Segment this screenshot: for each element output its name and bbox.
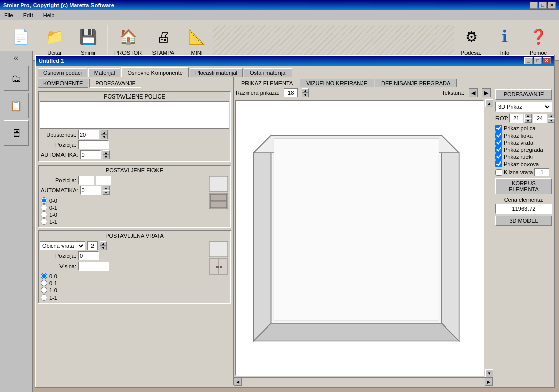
tab-plocasti-materijal[interactable]: Plocasti materijal [190,68,243,77]
svg-rect-7 [216,266,219,268]
sidebar-icon-3[interactable]: 🖥 [4,120,29,146]
fioke-radio-0-1[interactable] [41,204,47,211]
automatika-fioke-input[interactable] [80,186,101,195]
cb-pregrada[interactable] [495,146,502,153]
view-tab-prikaz[interactable]: PRIKAZ ELEMENTA [235,78,299,87]
vrata-radio-0-1[interactable] [41,280,47,286]
pozicija-police-input[interactable] [78,140,109,149]
cb-prikaz-rucki: Prikaz rucki [495,153,552,160]
rot-y-input[interactable] [533,114,547,123]
door-type-select[interactable]: Obicna vrata [40,241,85,250]
sidebar-icon-2[interactable]: 📋 [4,93,29,118]
scroll-left-btn[interactable]: ◀ [234,378,242,386]
tab-osnovne-komponente[interactable]: Osnovne Komponente [121,67,188,77]
snimi-icon: 💾 [76,24,100,49]
razmera-down[interactable]: ▼ [302,93,309,97]
tab-materijal[interactable]: Materijal [88,68,121,77]
toolbar-btn-stampa[interactable]: 🖨 STAMPA [146,22,180,58]
upustenost-spin[interactable]: ▲ ▼ [101,130,108,139]
tekstura-next-btn[interactable]: ▶ [482,88,491,97]
razmera-up[interactable]: ▲ [302,88,309,93]
toolbar-btn-ucitaj[interactable]: 📁 Ucitaj [38,22,71,58]
win-maximize-btn[interactable]: □ [534,57,542,64]
upustenost-up[interactable]: ▲ [101,130,108,135]
cb-rucki[interactable] [495,153,502,160]
toolbar-btn-snimi[interactable]: 💾 Snimi [71,22,105,58]
scroll-h-track[interactable] [242,378,485,385]
toolbar-btn-info[interactable]: ℹ Info [488,22,521,58]
menu-help[interactable]: Help [41,12,57,19]
razmera-spin[interactable]: ▲ ▼ [302,88,309,97]
door-count-up[interactable]: ▲ [100,241,107,246]
title-bar-buttons: _ □ ✕ [530,2,556,9]
sub-tab-podesavanje[interactable]: PODESAVANJE [89,79,141,88]
cb-polica[interactable] [495,125,502,132]
menu-file[interactable]: File [2,12,15,19]
automatika-police-input[interactable] [80,150,101,159]
scroll-down-btn[interactable]: ▼ [485,369,493,377]
close-btn[interactable]: ✕ [548,2,556,9]
model-btn[interactable]: 3D MODEL [495,216,552,226]
view-mode-select[interactable]: 3D Prikaz [495,102,552,112]
rot-x-input[interactable] [509,114,523,123]
menu-edit[interactable]: Edit [21,12,35,19]
scroll-right-btn[interactable]: ▶ [485,378,493,386]
podesavanje-btn[interactable]: PODESAVANJE [495,89,552,100]
door-count-input[interactable] [87,241,98,250]
scroll-up-btn[interactable]: ▲ [485,99,493,107]
maximize-btn[interactable]: □ [539,2,547,9]
tab-osnovni-podaci[interactable]: Osnovni podaci [38,68,87,77]
automatika-fioke-spin[interactable]: ▲ ▼ [103,186,110,195]
scroll-v-track[interactable] [485,107,493,369]
cb-boxova[interactable] [495,160,502,167]
win-close-btn[interactable]: ✕ [543,57,551,64]
vrata-radio-1-1[interactable] [41,294,47,301]
pozicija-vrata-input[interactable] [78,251,99,260]
cb-vrata[interactable] [495,139,502,146]
cb-fioka[interactable] [495,132,502,139]
toolbar-btn-prostor[interactable]: 🏠 PROSTOR [110,22,146,58]
fioke-radio-1-1[interactable] [41,218,47,225]
klizna-input[interactable] [534,168,549,176]
toolbar-btn-podesa[interactable]: ⚙ Podesa. [454,22,488,58]
door-count-down[interactable]: ▼ [100,246,107,250]
door-count-spin[interactable]: ▲ ▼ [100,241,107,250]
pozicija-fioke-input-2[interactable] [96,176,111,185]
klizna-checkbox[interactable] [495,169,502,176]
visina-vrata-input[interactable] [78,262,109,271]
vrata-radio-0-0[interactable] [41,273,47,279]
view-tab-vizuelno[interactable]: VIZUELNO KREIRANJE [300,79,374,87]
automatika-police-down[interactable]: ▼ [103,155,110,159]
fioke-radio-0-0[interactable] [41,197,47,204]
vrata-opt-0-0: 0-0 [41,273,207,279]
korpus-btn[interactable]: KORPUS ELEMENTA [495,178,552,194]
upustenost-input[interactable] [78,130,99,139]
rot-x-spin[interactable]: ▲ ▼ [524,114,532,123]
vrata-radio-1-0[interactable] [41,287,47,293]
automatika-fioke-down[interactable]: ▼ [103,190,110,195]
automatika-fioke-up[interactable]: ▲ [103,186,110,190]
tab-ostali-materijal[interactable]: Ostali materijal [244,68,292,77]
automatika-police-spin[interactable]: ▲ ▼ [103,150,110,159]
fioke-radio-1-0[interactable] [41,211,47,218]
rot-y-down[interactable]: ▼ [548,118,555,123]
tekstura-prev-btn[interactable]: ◀ [469,88,478,97]
view-tab-definisanje[interactable]: DEFINISANJE PREGRADA [375,79,457,87]
razmera-input[interactable] [284,88,298,97]
rot-x-up[interactable]: ▲ [524,114,532,118]
sub-tab-komponente[interactable]: KOMPONENTE [38,79,88,88]
upustenost-down[interactable]: ▼ [101,135,108,139]
police-section: POSTAVLJENE POLICE Upustenost: ▲ ▼ Pozic… [38,91,231,162]
toolbar-btn-mini[interactable]: 📐 MINI [180,22,213,58]
sidebar-collapse-btn[interactable]: « [13,53,18,63]
toolbar-btn-pomoc[interactable]: ❓ Pomoc [521,22,555,58]
automatika-police-up[interactable]: ▲ [103,150,110,155]
rot-y-spin[interactable]: ▲ ▼ [548,114,555,123]
sidebar-icon-1[interactable]: 🗂 [4,66,29,91]
minimize-btn[interactable]: _ [530,2,538,9]
rot-x-down[interactable]: ▼ [524,118,532,123]
win-minimize-btn[interactable]: _ [524,57,533,64]
vrata-title: POSTAVLJENA VRATA [40,232,229,239]
rot-y-up[interactable]: ▲ [548,114,555,118]
pozicija-fioke-input-1[interactable] [78,176,94,185]
